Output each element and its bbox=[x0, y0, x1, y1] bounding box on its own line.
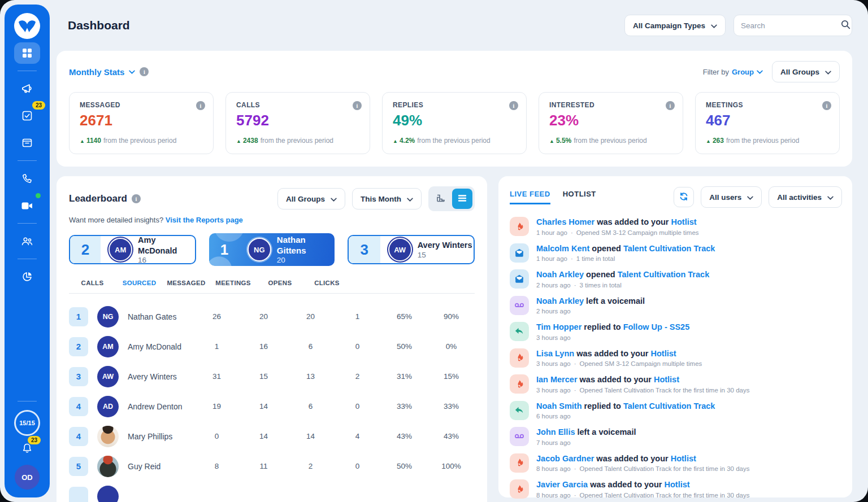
table-column-header[interactable]: CLICKS bbox=[303, 280, 350, 286]
feed-target-link[interactable]: Hotlist bbox=[654, 375, 679, 384]
feed-contact-link[interactable]: Javier Garcia bbox=[536, 480, 588, 489]
sidebar-item-dashboard[interactable] bbox=[14, 42, 40, 64]
stat-label: MEETINGS bbox=[706, 101, 829, 109]
feed-contact-link[interactable]: Malcolm Kent bbox=[536, 244, 589, 253]
feed-item[interactable]: Jacob Gardner was added to your Hotlist … bbox=[510, 453, 842, 473]
info-icon[interactable]: i bbox=[196, 101, 205, 110]
table-row[interactable]: 5 Guy Reid 8 11 2 0 50% 100% bbox=[69, 451, 475, 481]
usage-ring[interactable]: 15/15 bbox=[14, 410, 40, 436]
leaderboard-period-dropdown[interactable]: This Month bbox=[352, 188, 422, 209]
feed-meta: 2 hours ago· bbox=[536, 308, 645, 315]
avatar: NG bbox=[248, 238, 271, 261]
table-column-header[interactable]: CALLS bbox=[69, 280, 116, 286]
sidebar-bottom: 15/15 23 OD bbox=[14, 397, 40, 497]
feed-target-link[interactable]: Hotlist bbox=[664, 480, 689, 489]
table-column-header[interactable]: MESSAGED bbox=[163, 280, 210, 286]
podium-name: Nathan Gittens bbox=[277, 235, 335, 256]
podium-card-rank3[interactable]: 3 AW Avery Winters 15 bbox=[348, 235, 475, 264]
sidebar-item-contacts[interactable] bbox=[14, 230, 40, 252]
cell-opens: 33% bbox=[381, 402, 428, 411]
table-column-header[interactable]: MEETINGS bbox=[210, 280, 257, 286]
leaderboard-groups-dropdown[interactable]: All Groups bbox=[277, 188, 345, 209]
feed-contact-link[interactable]: Noah Arkley bbox=[536, 296, 584, 305]
stat-label: INTERESTED bbox=[549, 101, 672, 109]
feed-item[interactable]: Ian Mercer was added to your Hotlist 3 h… bbox=[510, 374, 842, 394]
sidebar-item-campaigns[interactable] bbox=[14, 78, 40, 99]
avatar bbox=[97, 486, 119, 502]
activities-filter-dropdown[interactable]: All activities bbox=[769, 186, 842, 208]
feed-contact-link[interactable]: Lisa Lynn bbox=[536, 349, 574, 358]
table-row[interactable]: 4 AD Andrew Denton 19 14 6 0 33% 33% bbox=[69, 391, 475, 421]
podium-card-rank2[interactable]: 2 AM Amy McDonald 16 bbox=[69, 235, 196, 264]
table-column-header[interactable]: OPENS bbox=[257, 280, 303, 286]
feed-action-text: was added to your bbox=[588, 480, 664, 489]
feed-item[interactable]: Javier Garcia was added to your Hotlist … bbox=[510, 479, 842, 499]
users-filter-dropdown[interactable]: All users bbox=[701, 186, 762, 208]
podium-card-rank1[interactable]: 1 NG Nathan Gittens 20 bbox=[209, 233, 334, 266]
feed-action-text: replied to bbox=[581, 322, 623, 331]
table-column-header[interactable]: SOURCED bbox=[116, 280, 163, 286]
feed-item[interactable]: Noah Smith replied to Talent Cultivation… bbox=[510, 401, 842, 420]
avatar: AW bbox=[388, 238, 412, 261]
table-row[interactable]: 1 NG Nathan Gates 26 20 20 1 65% 90% bbox=[69, 302, 475, 331]
info-icon[interactable]: i bbox=[822, 101, 831, 110]
sidebar-item-meetings[interactable] bbox=[14, 195, 40, 216]
up-arrow-icon: ▲ bbox=[706, 138, 711, 144]
podium-view-button[interactable] bbox=[431, 189, 451, 209]
feed-contact-link[interactable]: Noah Arkley bbox=[536, 270, 584, 279]
tab-live-feed[interactable]: LIVE FEED bbox=[510, 190, 550, 204]
feed-item[interactable]: Noah Arkley opened Talent Cultivation Tr… bbox=[510, 269, 842, 289]
campaign-type-dropdown[interactable]: All Campaign Types bbox=[624, 15, 726, 36]
feed-contact-link[interactable]: Jacob Gardner bbox=[536, 454, 594, 463]
table-row-partial[interactable] bbox=[69, 481, 475, 502]
info-icon[interactable]: i bbox=[353, 101, 362, 110]
feed-target-link[interactable]: Talent Cultivation Track bbox=[618, 270, 710, 279]
feed-item[interactable]: Noah Arkley left a voicemail 2 hours ago… bbox=[510, 296, 842, 315]
sidebar-item-tasks[interactable]: 23 bbox=[14, 105, 40, 126]
feed-contact-link[interactable]: Tim Hopper bbox=[536, 322, 581, 331]
sidebar-item-reports[interactable] bbox=[14, 266, 40, 287]
user-avatar[interactable]: OD bbox=[15, 465, 40, 490]
feed-contact-link[interactable]: Ian Mercer bbox=[536, 375, 578, 384]
feed-item[interactable]: John Ellis left a voicemail 7 hours ago· bbox=[510, 427, 842, 446]
refresh-button[interactable] bbox=[674, 187, 694, 207]
dot-separator: · bbox=[571, 255, 573, 262]
table-row[interactable]: 2 AM Amy McDonald 1 16 6 0 50% 0% bbox=[69, 331, 475, 361]
list-view-button[interactable] bbox=[452, 189, 472, 209]
feed-contact-link[interactable]: John Ellis bbox=[536, 427, 575, 436]
feed-item[interactable]: Lisa Lynn was added to your Hotlist 3 ho… bbox=[510, 348, 842, 368]
avatar: AD bbox=[97, 396, 119, 417]
table-row[interactable]: 4 Mary Phillips 0 14 14 4 43% 43% bbox=[69, 421, 475, 451]
monthly-stats-dropdown[interactable]: Monthly Stats bbox=[69, 67, 135, 77]
chevron-down-icon[interactable] bbox=[757, 70, 763, 74]
info-icon[interactable]: i bbox=[509, 101, 518, 110]
feed-target-link[interactable]: Talent Cultivation Track bbox=[623, 244, 715, 253]
feed-item[interactable]: Malcolm Kent opened Talent Cultivation T… bbox=[510, 243, 842, 263]
cell-meetings: 0 bbox=[334, 402, 381, 411]
search-input[interactable] bbox=[741, 21, 841, 30]
search-icon[interactable] bbox=[841, 20, 850, 32]
feed-target-link[interactable]: Talent Cultivation Track bbox=[623, 401, 715, 411]
sidebar-item-inbox[interactable] bbox=[14, 132, 40, 154]
feed-item[interactable]: Tim Hopper replied to Follow Up - SS25 3… bbox=[510, 322, 842, 341]
whale-logo-icon[interactable] bbox=[14, 12, 41, 40]
notifications-button[interactable]: 23 bbox=[21, 443, 33, 456]
bell-icon bbox=[21, 447, 33, 456]
info-icon[interactable]: i bbox=[140, 67, 149, 76]
feed-target-link[interactable]: Hotlist bbox=[651, 349, 676, 358]
tab-hotlist[interactable]: HOTLIST bbox=[563, 190, 596, 204]
feed-time: 3 hours ago bbox=[536, 334, 571, 341]
sidebar-item-calls[interactable] bbox=[14, 168, 40, 189]
feed-target-link[interactable]: Hotlist bbox=[671, 454, 696, 463]
stats-groups-dropdown[interactable]: All Groups bbox=[772, 61, 840, 82]
info-icon[interactable]: i bbox=[666, 101, 675, 110]
feed-target-link[interactable]: Follow Up - SS25 bbox=[623, 322, 690, 331]
reports-page-link[interactable]: Visit the Reports page bbox=[166, 216, 243, 224]
feed-item[interactable]: Charles Homer was added to your Hotlist … bbox=[510, 217, 842, 236]
filter-by-value[interactable]: Group bbox=[732, 68, 754, 76]
feed-target-link[interactable]: Hotlist bbox=[671, 217, 697, 226]
info-icon[interactable]: i bbox=[132, 194, 141, 203]
table-row[interactable]: 3 AW Avery Winters 31 15 13 2 31% 15% bbox=[69, 361, 475, 391]
feed-contact-link[interactable]: Noah Smith bbox=[536, 401, 582, 411]
feed-contact-link[interactable]: Charles Homer bbox=[536, 217, 594, 226]
